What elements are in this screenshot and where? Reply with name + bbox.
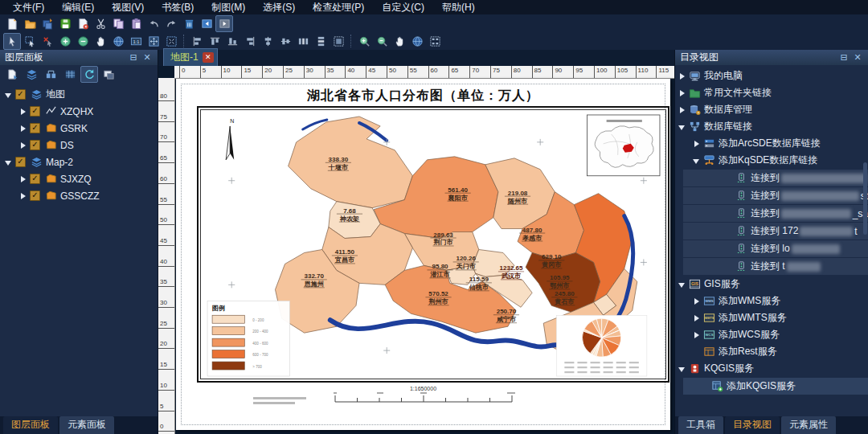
layer-item-地图[interactable]: ✓地图 bbox=[0, 86, 158, 103]
align-top-icon[interactable] bbox=[206, 33, 223, 50]
folder-open-icon[interactable] bbox=[21, 15, 39, 32]
catalog-item-数据库管理[interactable]: 数据库管理 bbox=[675, 101, 868, 118]
chevron-down-icon[interactable] bbox=[693, 157, 701, 165]
chevron-down-icon[interactable] bbox=[678, 280, 686, 289]
visibility-checkbox[interactable]: ✓ bbox=[15, 157, 26, 167]
layer-item-DS[interactable]: ✓DS bbox=[0, 137, 158, 154]
catalog-item-连接到172[interactable]: 连接到 172t bbox=[683, 223, 868, 240]
add-layer-icon[interactable] bbox=[3, 66, 21, 83]
extent-next-icon[interactable] bbox=[215, 15, 233, 32]
close-icon[interactable]: ✕ bbox=[141, 52, 153, 63]
globe-icon[interactable] bbox=[109, 33, 127, 50]
pan2-icon[interactable] bbox=[391, 33, 408, 50]
visibility-checkbox[interactable]: ✓ bbox=[30, 174, 40, 184]
mag-minus-icon[interactable] bbox=[373, 33, 391, 50]
catalog-item-常用文件夹链接[interactable]: 常用文件夹链接 bbox=[675, 84, 868, 101]
dist-v-icon[interactable] bbox=[312, 33, 330, 50]
visibility-checkbox[interactable]: ✓ bbox=[30, 106, 40, 117]
group-icon[interactable] bbox=[42, 66, 59, 83]
hubei-map[interactable]: N 338.30 十堰市 561.40 襄阳市 219.08 随州市 7.68 … bbox=[201, 110, 665, 379]
align-middle-icon[interactable] bbox=[276, 33, 294, 50]
chevron-down-icon[interactable] bbox=[678, 123, 686, 131]
snapshot-icon[interactable] bbox=[100, 66, 117, 83]
chevron-right-icon[interactable] bbox=[19, 108, 27, 116]
align-bottom-icon[interactable] bbox=[223, 33, 241, 50]
chevron-down-icon[interactable] bbox=[678, 365, 686, 373]
catalog-item-添加ArcSDE数据库链接[interactable]: 添加ArcSDE数据库链接 bbox=[675, 135, 868, 152]
catalog-item-添加KQGIS服务[interactable]: 添加KQGIS服务 bbox=[683, 378, 868, 395]
menu-检查处理(P)[interactable]: 检查处理(P) bbox=[305, 0, 372, 15]
cut-icon[interactable] bbox=[92, 15, 109, 32]
align-right-icon[interactable] bbox=[241, 33, 259, 50]
catalog-item-连接到[interactable]: 连接到st bbox=[683, 187, 868, 204]
catalog-item-KQGIS服务[interactable]: KQGIS服务 bbox=[675, 360, 868, 377]
zoomin-circle-icon[interactable] bbox=[56, 33, 74, 50]
mag-plus-icon[interactable] bbox=[355, 33, 373, 50]
chevron-right-icon[interactable] bbox=[19, 141, 27, 149]
chevron-right-icon[interactable] bbox=[693, 140, 701, 148]
tab-目录视图[interactable]: 目录视图 bbox=[725, 416, 780, 434]
catalog-item-连接到t[interactable]: 连接到 t bbox=[683, 258, 868, 275]
tab-元素面板[interactable]: 元素面板 bbox=[59, 416, 114, 434]
refresh-icon[interactable] bbox=[80, 66, 98, 83]
dist-h-icon[interactable] bbox=[294, 33, 312, 50]
redo-icon[interactable] bbox=[162, 15, 180, 32]
visibility-checkbox[interactable]: ✓ bbox=[30, 123, 40, 133]
menu-视图(V)[interactable]: 视图(V) bbox=[104, 0, 152, 15]
pin-icon[interactable]: ⊟ bbox=[838, 52, 850, 63]
catalog-item-添加WCS服务[interactable]: WCS添加WCS服务 bbox=[675, 326, 868, 343]
chevron-right-icon[interactable] bbox=[678, 72, 686, 80]
layer-item-Map-2[interactable]: ✓Map-2 bbox=[0, 154, 158, 170]
grid-icon[interactable] bbox=[61, 66, 79, 83]
layout-page[interactable]: 湖北省各市人口分布图（单位：万人） N 338.30 十堰市 561.40 襄阳… bbox=[176, 79, 670, 430]
menu-自定义(C)[interactable]: 自定义(C) bbox=[374, 0, 432, 15]
pan-icon[interactable] bbox=[92, 33, 109, 50]
full-extent2-icon[interactable] bbox=[162, 33, 180, 50]
doc-new-icon[interactable] bbox=[3, 15, 21, 32]
catalog-item-GIS服务[interactable]: GISGIS服务 bbox=[675, 276, 868, 293]
tab-图层面板[interactable]: 图层面板 bbox=[3, 416, 58, 434]
copy-icon[interactable] bbox=[109, 15, 127, 32]
catalog-item-添加KqSDE数据库链接[interactable]: 添加KqSDE数据库链接 bbox=[675, 152, 868, 169]
catalog-item-我的电脑[interactable]: 我的电脑 bbox=[675, 68, 868, 84]
menu-书签(B)[interactable]: 书签(B) bbox=[154, 0, 202, 15]
doc-delete-icon[interactable] bbox=[74, 15, 92, 32]
full-extent-icon[interactable] bbox=[145, 33, 162, 50]
menu-制图(M)[interactable]: 制图(M) bbox=[203, 0, 253, 15]
select-arrow-icon[interactable] bbox=[3, 33, 21, 50]
catalog-item-连接到lo[interactable]: 连接到 lo bbox=[683, 240, 868, 257]
chevron-right-icon[interactable] bbox=[693, 314, 701, 322]
layer-item-XZQHX[interactable]: ✓XZQHX bbox=[0, 103, 158, 120]
visibility-checkbox[interactable]: ✓ bbox=[15, 89, 26, 100]
chevron-right-icon[interactable] bbox=[19, 125, 27, 133]
catalog-item-连接到[interactable]: 连接到 bbox=[683, 170, 868, 186]
catalog-item-添加WMS服务[interactable]: WMS添加WMS服务 bbox=[675, 293, 868, 309]
layer-item-GSRK[interactable]: ✓GSRK bbox=[0, 120, 158, 137]
chevron-right-icon[interactable] bbox=[693, 297, 701, 305]
region-十堰市[interactable] bbox=[289, 117, 413, 208]
align-center-v-icon[interactable] bbox=[259, 33, 276, 50]
one2one-icon[interactable]: 1:1 bbox=[127, 33, 145, 50]
extent-prev-icon[interactable] bbox=[198, 15, 215, 32]
paste-icon[interactable] bbox=[127, 15, 145, 32]
chevron-down-icon[interactable] bbox=[5, 91, 13, 99]
tab-map-1[interactable]: 地图-1 ✕ bbox=[163, 48, 218, 66]
catalog-item-数据库链接[interactable]: 数据库链接 bbox=[675, 118, 868, 135]
menu-选择(S)[interactable]: 选择(S) bbox=[255, 0, 303, 15]
tab-工具箱[interactable]: 工具箱 bbox=[678, 416, 723, 434]
catalog-item-连接到[interactable]: 连接到_sa bbox=[683, 205, 868, 222]
pin-icon[interactable]: ⊟ bbox=[128, 52, 139, 63]
chevron-down-icon[interactable] bbox=[5, 158, 13, 166]
chevron-right-icon[interactable] bbox=[678, 106, 686, 114]
menu-文件(F)[interactable]: 文件(F) bbox=[5, 0, 52, 15]
save-icon[interactable] bbox=[56, 15, 74, 32]
clear-select-icon[interactable] bbox=[39, 33, 56, 50]
tab-元素属性[interactable]: 元素属性 bbox=[781, 416, 836, 434]
chevron-right-icon[interactable] bbox=[19, 175, 27, 183]
close-icon[interactable]: ✕ bbox=[852, 52, 863, 63]
catalog-scrollbar[interactable] bbox=[863, 162, 867, 235]
layer-item-GSSCZZ[interactable]: ✓GSSCZZ bbox=[0, 187, 158, 204]
menu-帮助(H)[interactable]: 帮助(H) bbox=[434, 0, 483, 15]
same-size-icon[interactable] bbox=[330, 33, 347, 50]
tab-close-icon[interactable]: ✕ bbox=[203, 52, 214, 63]
